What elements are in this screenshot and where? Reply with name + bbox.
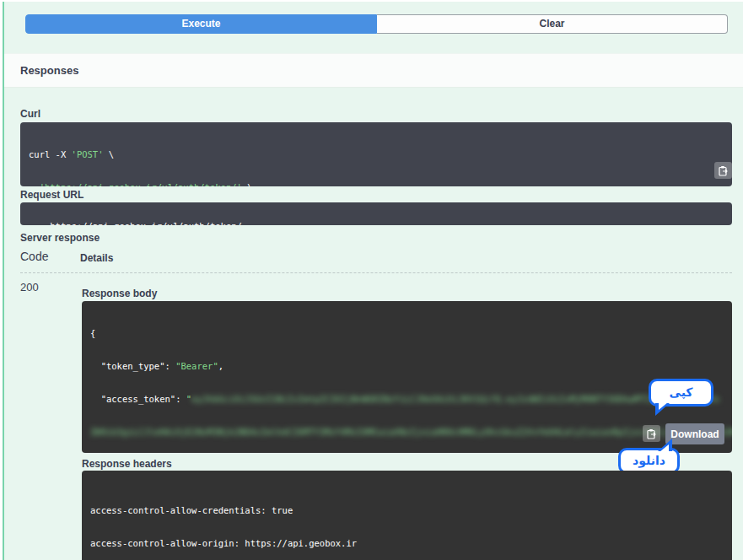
json-line: { bbox=[90, 328, 724, 339]
code-column-header: Code bbox=[20, 250, 48, 263]
response-body-block: { "token_type": "Bearer", "access_token"… bbox=[82, 301, 732, 453]
copy-annotation-label: کپی bbox=[669, 385, 692, 399]
redacted-access-token: eyJhbGciOiJSUzI1NiIsImtpZCI6IjNnWGRINzYi… bbox=[191, 394, 719, 405]
response-headers-block: access-control-allow-credentials: true a… bbox=[82, 471, 732, 560]
download-annotation-label: دانلود bbox=[633, 454, 665, 467]
response-headers-label: Response headers bbox=[82, 458, 172, 470]
download-button[interactable]: Download bbox=[665, 423, 724, 444]
clipboard-copy-icon bbox=[647, 428, 657, 439]
json-line: ZW9ib3giLCJleHAiOjE2NzM3Njk2NDAsImlhdCI6… bbox=[90, 427, 724, 438]
curl-label: Curl bbox=[20, 108, 40, 120]
response-body-label: Response body bbox=[82, 288, 157, 299]
clipboard-copy-icon bbox=[719, 165, 729, 176]
curl-line: curl -X 'POST' \ bbox=[29, 149, 724, 160]
responses-header-band: Responses bbox=[4, 53, 743, 88]
execute-wrapper: Execute Clear bbox=[25, 14, 728, 34]
redacted-access-token: ZW9ib3giLCJleHAiOjE2NzM3Njk2NDAsImlhdCI6… bbox=[90, 427, 732, 438]
request-url-value: https://api.geobox.ir/v1/auth/token/ bbox=[50, 221, 242, 225]
request-url-label: Request URL bbox=[20, 189, 83, 201]
server-response-label: Server response bbox=[20, 232, 100, 244]
clear-button[interactable]: Clear bbox=[377, 14, 728, 34]
header-line: access-control-allow-credentials: true bbox=[90, 505, 724, 516]
divider bbox=[20, 272, 732, 273]
copy-annotation-callout: کپی bbox=[649, 379, 713, 407]
post-operation-block: Execute Clear Responses Curl curl -X 'PO… bbox=[3, 2, 743, 560]
curl-line: 'https://api.geobox.ir/v1/auth/token/' \ bbox=[29, 182, 724, 186]
details-column-header: Details bbox=[80, 252, 113, 264]
json-line: "token_type": "Bearer", bbox=[90, 361, 724, 372]
status-code-200: 200 bbox=[20, 281, 39, 293]
json-line: "access_token": "eyJhbGciOiJSUzI1NiIsImt… bbox=[90, 394, 724, 405]
header-line: access-control-allow-origin: https://api… bbox=[90, 538, 724, 549]
curl-copy-button[interactable] bbox=[714, 162, 732, 179]
curl-command-block: curl -X 'POST' \ 'https://api.geobox.ir/… bbox=[20, 122, 732, 186]
request-url-block: https://api.geobox.ir/v1/auth/token/ bbox=[20, 202, 732, 225]
execute-button[interactable]: Execute bbox=[25, 14, 377, 34]
responses-title: Responses bbox=[20, 54, 743, 88]
